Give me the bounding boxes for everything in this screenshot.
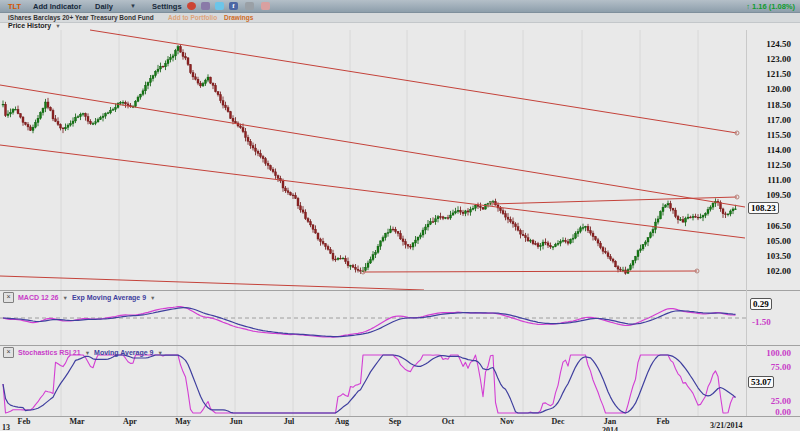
- candle-body: [307, 219, 309, 222]
- stoch-rsi-line: [3, 355, 736, 413]
- candle-body: [485, 204, 487, 209]
- twitter-icon[interactable]: [215, 2, 224, 10]
- candle-body: [650, 233, 652, 238]
- candle-body: [120, 103, 122, 104]
- candle-body: [652, 230, 654, 233]
- chevron-down-icon[interactable]: ▼: [150, 295, 155, 301]
- period-dropdown[interactable]: Daily: [95, 2, 113, 11]
- chevron-down-icon[interactable]: ▼: [130, 3, 136, 9]
- candle-body: [435, 219, 437, 222]
- price-history-selector[interactable]: Price History ▼: [8, 22, 61, 29]
- candle-body: [452, 213, 454, 215]
- stoch-panel-separator: [0, 345, 800, 346]
- chevron-down-icon[interactable]: ▼: [62, 295, 67, 301]
- x-axis-end-date: 3/21/2014: [710, 421, 742, 430]
- stoch-header: × Stochastics RSI 21 ▼ Moving Average 9 …: [3, 347, 163, 358]
- candle-body: [550, 245, 552, 247]
- candle-body: [455, 212, 457, 213]
- add-to-portfolio-link[interactable]: Add to Portfolio: [168, 14, 217, 21]
- candle-body: [510, 219, 512, 222]
- candle-body: [675, 210, 677, 216]
- close-icon[interactable]: ×: [3, 347, 14, 358]
- candle-body: [432, 222, 434, 223]
- candle-body: [252, 146, 254, 148]
- chevron-down-icon[interactable]: ▼: [85, 350, 90, 356]
- x-axis-label: Jan: [593, 417, 627, 426]
- add-indicator-button[interactable]: Add Indicator: [33, 2, 81, 11]
- price-axis-label: 111.00: [745, 175, 791, 185]
- candle-body: [660, 212, 662, 219]
- price-axis-label: 106.50: [745, 221, 791, 231]
- candle-body: [165, 64, 167, 67]
- candle-body: [480, 206, 482, 207]
- candle-body: [555, 244, 557, 246]
- candle-body: [145, 86, 147, 91]
- candle-body: [572, 238, 574, 239]
- candle-body: [700, 217, 702, 218]
- candle-body: [585, 226, 587, 227]
- candle-body: [87, 117, 89, 122]
- email-icon[interactable]: [245, 2, 254, 10]
- candle-body: [495, 202, 497, 205]
- candle-body: [365, 267, 367, 270]
- candle-body: [190, 65, 192, 73]
- macd-title[interactable]: MACD 12 26: [18, 294, 58, 301]
- candle-body: [677, 216, 679, 219]
- candle-body: [97, 120, 99, 122]
- candle-body: [192, 73, 194, 77]
- candle-body: [107, 113, 109, 114]
- candle-body: [135, 101, 137, 106]
- stoch-value-box: 53.07: [748, 376, 774, 388]
- facebook-icon[interactable]: f: [229, 2, 238, 10]
- chart-icon[interactable]: [201, 2, 210, 10]
- macd-signal-title[interactable]: Exp Moving Average 9: [72, 294, 146, 301]
- candle-body: [437, 217, 439, 219]
- candle-body: [200, 83, 202, 86]
- candle-body: [55, 119, 57, 122]
- candle-body: [512, 222, 514, 224]
- stoch-scale-label: 100.00: [745, 348, 791, 358]
- candle-body: [412, 243, 414, 247]
- candle-body: [415, 240, 417, 243]
- settings-button[interactable]: Settings: [152, 2, 182, 11]
- candle-body: [210, 77, 212, 83]
- candle-body: [622, 270, 624, 271]
- candle-body: [285, 188, 287, 191]
- candle-body: [92, 124, 94, 125]
- stoch-signal-title[interactable]: Moving Average 9: [94, 349, 153, 356]
- candle-body: [330, 249, 332, 253]
- candle-body: [332, 253, 334, 259]
- notes-icon[interactable]: [261, 2, 270, 10]
- chart-canvas[interactable]: [0, 0, 800, 431]
- candle-body: [287, 191, 289, 193]
- candle-body: [527, 238, 529, 241]
- drawings-link[interactable]: Drawings: [224, 14, 253, 21]
- close-icon[interactable]: ×: [3, 292, 14, 303]
- candle-body: [350, 265, 352, 266]
- candle-body: [425, 227, 427, 230]
- candle-body: [672, 208, 674, 210]
- stoch-ma-line: [3, 355, 736, 413]
- candle-body: [260, 153, 262, 156]
- candle-body: [620, 269, 622, 270]
- alert-icon[interactable]: [187, 2, 196, 10]
- trend-line: [363, 271, 697, 272]
- candle-body: [535, 244, 537, 245]
- x-axis-label: Dec: [541, 417, 575, 426]
- macd-signal-line: [3, 308, 736, 337]
- x-axis-label: Feb: [7, 417, 41, 426]
- price-axis-label: 103.50: [745, 251, 791, 261]
- candle-body: [42, 108, 44, 112]
- candle-body: [640, 249, 642, 251]
- candle-body: [157, 69, 159, 71]
- stoch-title[interactable]: Stochastics RSI 21: [18, 349, 81, 356]
- candle-body: [245, 132, 247, 138]
- candle-body: [552, 247, 554, 248]
- candle-body: [697, 217, 699, 218]
- candle-body: [732, 209, 734, 211]
- candle-body: [85, 114, 87, 117]
- candle-body: [442, 217, 444, 219]
- chevron-down-icon[interactable]: ▼: [157, 350, 162, 356]
- trend-line: [0, 276, 424, 290]
- candle-body: [342, 258, 344, 259]
